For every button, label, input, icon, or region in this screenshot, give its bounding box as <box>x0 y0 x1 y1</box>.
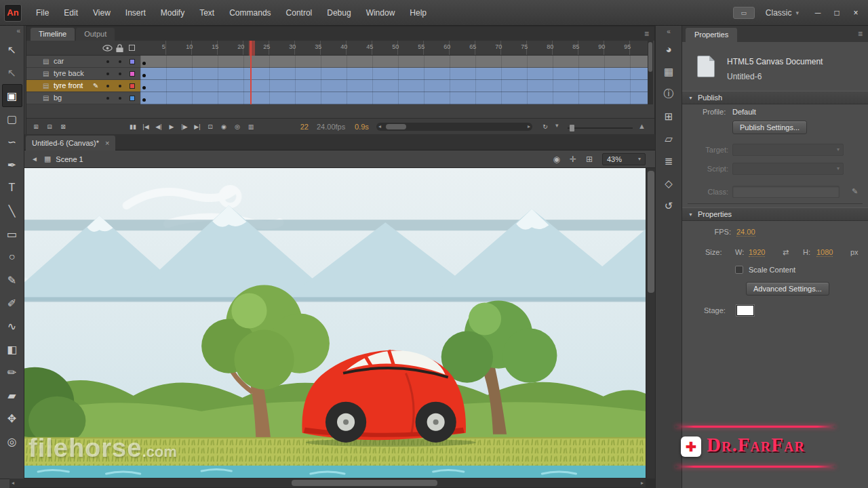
frames-car[interactable] <box>140 56 648 68</box>
color-icon[interactable]: ◕ <box>656 38 682 60</box>
layer-outline-swatch[interactable] <box>130 59 135 64</box>
menu-edit[interactable]: Edit <box>56 1 85 25</box>
menu-commands[interactable]: Commands <box>222 1 278 25</box>
stage-color-swatch[interactable] <box>736 305 754 316</box>
brush-tool[interactable]: ✐ <box>2 291 22 314</box>
lock-icon[interactable] <box>116 44 123 52</box>
layer-lock-dot[interactable] <box>119 85 121 87</box>
camera-icon[interactable]: ◉ <box>553 155 559 164</box>
frame-rate-field[interactable]: 24.00fps <box>317 123 345 131</box>
layer-visibility-dot[interactable] <box>106 85 109 87</box>
menu-window[interactable]: Window <box>359 1 403 25</box>
step-back-button[interactable]: ◀| <box>153 121 165 133</box>
go-to-last-frame-button[interactable]: ▶| <box>191 121 203 133</box>
menu-modify[interactable]: Modify <box>153 1 192 25</box>
layer-visibility-dot[interactable] <box>106 73 109 75</box>
slider-handle[interactable] <box>570 125 574 131</box>
motion-presets-icon[interactable]: ◇ <box>656 172 682 195</box>
step-forward-button[interactable]: |▶ <box>178 121 191 133</box>
scrollbar-thumb[interactable] <box>292 480 437 486</box>
scroll-right-icon[interactable]: ▸ <box>641 480 644 486</box>
menu-insert[interactable]: Insert <box>118 1 153 25</box>
onion-skin-button[interactable]: ◉ <box>218 121 230 133</box>
swatches-icon[interactable]: ▦ <box>656 60 682 83</box>
layer-row-bg[interactable]: ▤bg <box>26 92 140 104</box>
layer-visibility-dot[interactable] <box>106 97 109 100</box>
bone-tool[interactable]: ∿ <box>2 314 22 338</box>
panel-menu-icon[interactable]: ≡ <box>644 29 649 39</box>
layer-outline-swatch[interactable] <box>130 71 135 77</box>
timeline-horizontal-scrollbar[interactable]: ◂ ▸ <box>376 123 532 131</box>
transform-icon[interactable]: ▱ <box>656 127 682 150</box>
free-transform-tool[interactable]: ▣ <box>2 84 22 107</box>
text-tool[interactable]: T <box>2 176 22 199</box>
eye-icon[interactable] <box>102 45 113 52</box>
close-icon[interactable]: × <box>105 139 109 147</box>
align-icon[interactable]: ⊞ <box>656 105 682 127</box>
info-icon[interactable]: ⓘ <box>656 83 682 105</box>
go-to-first-frame-button[interactable]: |◀ <box>140 121 152 133</box>
eyedropper-tool[interactable]: ✏ <box>2 361 22 384</box>
screen-share-icon[interactable]: ▭ <box>733 7 755 19</box>
new-folder-button[interactable]: ⊟ <box>43 121 56 133</box>
menu-text[interactable]: Text <box>192 1 222 25</box>
width-value[interactable]: 1920 <box>749 248 765 257</box>
window-minimize-button[interactable]: ─ <box>810 5 826 20</box>
scroll-left-icon[interactable]: ◂ <box>378 123 381 129</box>
layer-row-tyre-front[interactable]: ▤tyre front✎ <box>26 80 140 92</box>
layer-visibility-dot[interactable] <box>106 60 109 63</box>
chevron-down-icon[interactable]: ▾ <box>555 122 559 129</box>
advanced-settings-button[interactable]: Advanced Settings... <box>746 282 829 296</box>
zoom-tool[interactable]: ◎ <box>2 430 22 453</box>
menu-file[interactable]: File <box>28 1 56 25</box>
height-value[interactable]: 1080 <box>816 248 833 257</box>
edit-multiple-frames-button[interactable]: ▥ <box>245 121 257 133</box>
layer-lock-dot[interactable] <box>119 60 121 63</box>
menu-control[interactable]: Control <box>279 1 320 25</box>
new-layer-button[interactable]: ⊞ <box>30 121 42 133</box>
scrollbar-thumb[interactable] <box>386 124 406 129</box>
outline-view-icon[interactable] <box>129 45 135 51</box>
publish-settings-button[interactable]: Publish Settings... <box>732 121 807 134</box>
publish-section-header[interactable]: ▼ Publish <box>682 91 868 104</box>
stage-vertical-scrollbar[interactable] <box>646 168 655 479</box>
menu-help[interactable]: Help <box>402 1 434 25</box>
collapse-panel-icon[interactable]: « <box>656 26 682 38</box>
scroll-left-icon[interactable]: ◂ <box>12 480 14 486</box>
hand-tool[interactable]: ✥ <box>2 407 22 430</box>
lasso-tool[interactable]: ∽ <box>2 130 22 153</box>
scale-content-checkbox[interactable] <box>735 266 743 274</box>
app-logo[interactable]: An <box>4 4 22 22</box>
selection-tool[interactable]: ↖ <box>2 38 22 61</box>
current-frame-field[interactable]: 22 <box>290 123 309 131</box>
window-close-button[interactable]: × <box>848 5 864 20</box>
scrollbar-thumb[interactable] <box>648 171 654 293</box>
center-stage-icon[interactable]: ✛ <box>570 155 576 164</box>
layer-lock-dot[interactable] <box>119 97 121 100</box>
tab-timeline[interactable]: Timeline <box>31 28 75 41</box>
elapsed-time-field[interactable]: 0.9s <box>355 123 369 131</box>
pen-tool[interactable]: ✒ <box>2 153 22 176</box>
collapse-panel-icon[interactable]: « <box>0 26 24 38</box>
scroll-right-icon[interactable]: ▸ <box>528 123 530 129</box>
layer-lock-dot[interactable] <box>119 73 121 75</box>
gradient-transform-tool[interactable]: ▢ <box>2 107 22 130</box>
layer-outline-swatch[interactable] <box>130 83 135 89</box>
workspace-switcher[interactable]: Classic ▾ <box>766 8 799 18</box>
document-tab[interactable]: Untitled-6 (Canvas)* × <box>26 136 115 150</box>
rectangle-tool[interactable]: ▭ <box>2 222 22 245</box>
stage-horizontal-scrollbar[interactable]: ◂ ▸ <box>9 479 646 487</box>
frames-bg[interactable] <box>140 92 648 104</box>
center-frame-button[interactable]: ⊡ <box>204 121 216 133</box>
timeline-vertical-scrollbar[interactable] <box>648 41 653 104</box>
scrollbar-thumb[interactable] <box>648 42 652 72</box>
subselection-tool[interactable]: ↖ <box>2 61 22 84</box>
layer-outline-swatch[interactable] <box>130 96 135 101</box>
loop-playback-button[interactable]: ↻ <box>539 121 551 133</box>
zoom-level-select[interactable]: 43% ▾ <box>602 153 646 165</box>
back-arrow-icon[interactable]: ◄ <box>31 155 38 163</box>
delete-layer-button[interactable]: ⊠ <box>57 121 69 133</box>
layer-row-tyre-back[interactable]: ▤tyre back <box>26 68 140 80</box>
layer-row-car[interactable]: ▤car <box>26 56 140 68</box>
frames-area[interactable] <box>140 56 648 104</box>
